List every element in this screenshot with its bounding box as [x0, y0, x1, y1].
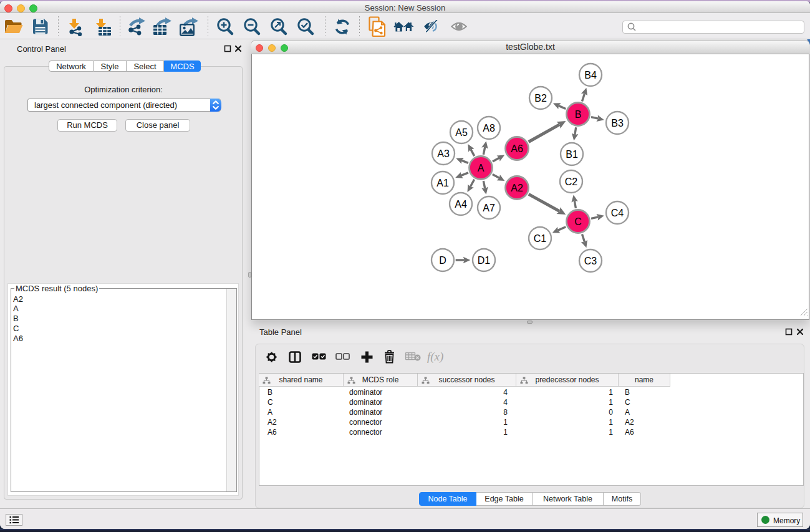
- svg-text:A6: A6: [511, 143, 523, 154]
- svg-text:A2: A2: [511, 183, 523, 193]
- svg-text:D1: D1: [478, 255, 491, 266]
- svg-text:B4: B4: [584, 70, 597, 80]
- svg-text:A1: A1: [436, 178, 449, 188]
- svg-text:B3: B3: [611, 118, 624, 128]
- svg-text:A4: A4: [455, 199, 467, 210]
- svg-text:C1: C1: [534, 233, 547, 244]
- svg-text:B2: B2: [534, 93, 547, 104]
- svg-text:B: B: [575, 109, 582, 120]
- svg-text:C3: C3: [584, 256, 597, 266]
- svg-text:B1: B1: [566, 149, 578, 160]
- svg-text:A: A: [478, 163, 485, 173]
- svg-text:A3: A3: [437, 148, 450, 159]
- svg-text:C4: C4: [611, 208, 624, 218]
- svg-text:A7: A7: [483, 203, 495, 213]
- svg-text:D: D: [439, 255, 446, 266]
- svg-text:C: C: [574, 216, 582, 227]
- svg-text:C2: C2: [565, 177, 578, 187]
- svg-text:A8: A8: [483, 123, 495, 133]
- svg-text:A5: A5: [455, 127, 468, 138]
